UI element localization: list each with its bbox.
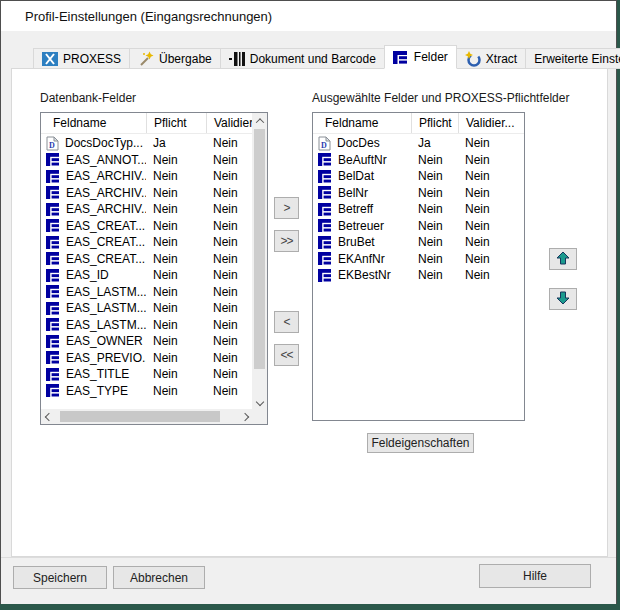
- cell-feldname: BruBet: [338, 235, 375, 249]
- cell-feldname: EAS_ANNOT...: [66, 153, 146, 167]
- table-row[interactable]: D EAS_TITLE Nein Nein: [41, 366, 252, 383]
- table-row[interactable]: D EAS_TYPE Nein Nein: [41, 383, 252, 400]
- table-row[interactable]: D EAS_ANNOT... Nein Nein: [41, 152, 252, 169]
- cell-validier: Nein: [458, 169, 490, 183]
- table-row[interactable]: D EAS_OWNER Nein Nein: [41, 333, 252, 350]
- cell-pflicht: Nein: [411, 169, 458, 183]
- field-icon: [318, 186, 332, 199]
- field-icon: [46, 236, 60, 249]
- cell-feldname: EAS_TITLE: [66, 367, 129, 381]
- horizontal-scroll-thumb[interactable]: [60, 411, 220, 422]
- tab-dokument-und-barcode[interactable]: Dokument und Barcode: [220, 48, 385, 69]
- feldeigenschaften-button[interactable]: Feldeigenschaften: [367, 433, 474, 453]
- vertical-scroll-thumb[interactable]: [254, 129, 265, 369]
- table-row[interactable]: D Betreff Nein Nein: [313, 201, 524, 218]
- field-icon: [46, 252, 60, 265]
- field-icon: [46, 285, 60, 298]
- remove-all-button[interactable]: <<: [274, 344, 299, 366]
- cell-pflicht: Nein: [146, 268, 206, 282]
- tab-label: Xtract: [486, 52, 517, 66]
- table-row[interactable]: D EAS_CREAT... Nein Nein: [41, 218, 252, 235]
- cell-pflicht: Ja: [146, 136, 206, 150]
- scroll-left-button[interactable]: [41, 409, 56, 424]
- table-row[interactable]: D BelDat Nein Nein: [313, 168, 524, 185]
- field-icon: [46, 203, 60, 216]
- table-row[interactable]: D BruBet Nein Nein: [313, 234, 524, 251]
- table-row[interactable]: D EAS_CREAT... Nein Nein: [41, 251, 252, 268]
- cell-feldname: Betreff: [338, 202, 373, 216]
- table-row[interactable]: D EAS_LASTM... Nein Nein: [41, 317, 252, 334]
- field-icon: [46, 153, 60, 166]
- tab-uebergabe[interactable]: Übergabe: [129, 48, 221, 69]
- cell-pflicht: Nein: [146, 169, 206, 183]
- table-row[interactable]: D EAS_ARCHIV... Nein Nein: [41, 168, 252, 185]
- cell-pflicht: Nein: [411, 219, 458, 233]
- table-row[interactable]: D BelNr Nein Nein: [313, 185, 524, 202]
- cell-validier: Nein: [206, 202, 238, 216]
- column-header-pflicht[interactable]: Pflicht: [411, 113, 458, 133]
- cell-pflicht: Nein: [411, 153, 458, 167]
- cell-validier: Nein: [206, 235, 238, 249]
- table-row[interactable]: D EAS_ARCHIV... Nein Nein: [41, 201, 252, 218]
- cell-feldname: DocDes: [337, 136, 380, 150]
- barcode-icon: [229, 51, 245, 67]
- move-up-button[interactable]: [549, 248, 577, 270]
- tab-erweiterte-einstellungen[interactable]: Erweiterte Einstellungen: [525, 48, 620, 69]
- scroll-down-button[interactable]: [252, 394, 267, 409]
- cell-validier: Nein: [206, 268, 238, 282]
- cell-validier: Nein: [206, 169, 238, 183]
- cell-pflicht: Nein: [146, 202, 206, 216]
- table-row[interactable]: D EAS_ARCHIV... Nein Nein: [41, 185, 252, 202]
- speichern-button[interactable]: Speichern: [13, 566, 107, 589]
- table-row[interactable]: D Betreuer Nein Nein: [313, 218, 524, 235]
- move-down-button[interactable]: [549, 288, 577, 310]
- cell-pflicht: Nein: [146, 186, 206, 200]
- cell-validier: Nein: [458, 186, 490, 200]
- column-header-feldname[interactable]: Feldname: [313, 113, 411, 133]
- field-icon: [318, 219, 332, 232]
- column-header-feldname[interactable]: Feldname: [41, 113, 146, 133]
- ausgewaehlte-felder-list: Feldname Pflicht Validier... D DocDes: [312, 112, 525, 421]
- cell-validier: Nein: [206, 285, 238, 299]
- field-icon: [46, 269, 60, 282]
- cell-pflicht: Nein: [411, 268, 458, 282]
- document-icon: D: [318, 136, 331, 151]
- field-icon: [46, 302, 60, 315]
- add-all-button[interactable]: >>: [274, 230, 299, 252]
- cell-validier: Nein: [206, 334, 238, 348]
- add-button[interactable]: >: [274, 197, 299, 219]
- title-bar: Profil-Einstellungen (Eingangsrechnungen…: [1, 1, 616, 31]
- table-row[interactable]: D EAS_LASTM... Nein Nein: [41, 284, 252, 301]
- table-row[interactable]: D DocsDocTyp... Ja Nein: [41, 135, 252, 152]
- table-row[interactable]: D EKBestNr Nein Nein: [313, 267, 524, 284]
- window-title: Profil-Einstellungen (Eingangsrechnungen…: [25, 9, 272, 24]
- table-row[interactable]: D EKAnfNr Nein Nein: [313, 251, 524, 268]
- abbrechen-button[interactable]: Abbrechen: [113, 566, 205, 589]
- cell-validier: Nein: [458, 202, 490, 216]
- tab-felder[interactable]: Felder: [384, 45, 457, 69]
- horizontal-scrollbar[interactable]: [41, 409, 252, 424]
- column-header-pflicht[interactable]: Pflicht: [146, 113, 206, 133]
- cell-feldname: DocsDocTyp...: [65, 136, 143, 150]
- column-header-validier[interactable]: Validier...: [458, 113, 524, 133]
- table-row[interactable]: D EAS_CREAT... Nein Nein: [41, 234, 252, 251]
- cell-validier: Nein: [206, 301, 238, 315]
- cell-feldname: EAS_OWNER: [66, 334, 143, 348]
- scroll-up-button[interactable]: [252, 113, 267, 128]
- table-row[interactable]: D EAS_LASTM... Nein Nein: [41, 300, 252, 317]
- tab-proxess[interactable]: PROXESS: [33, 48, 130, 69]
- table-row[interactable]: D DocDes Ja Nein: [313, 135, 524, 152]
- scroll-right-button[interactable]: [237, 409, 252, 424]
- magic-wand-icon: [138, 51, 154, 67]
- hilfe-button[interactable]: Hilfe: [479, 564, 591, 588]
- tab-xtract[interactable]: Xtract: [456, 48, 526, 69]
- cell-pflicht: Nein: [411, 235, 458, 249]
- table-row[interactable]: D EAS_ID Nein Nein: [41, 267, 252, 284]
- svg-text:D: D: [49, 141, 55, 150]
- vertical-scrollbar[interactable]: [252, 113, 267, 409]
- remove-button[interactable]: <: [274, 311, 299, 333]
- cell-feldname: EAS_ARCHIV...: [66, 169, 146, 183]
- table-row[interactable]: D EAS_PREVIO... Nein Nein: [41, 350, 252, 367]
- cell-validier: Nein: [458, 136, 490, 150]
- table-row[interactable]: D BeAuftNr Nein Nein: [313, 152, 524, 169]
